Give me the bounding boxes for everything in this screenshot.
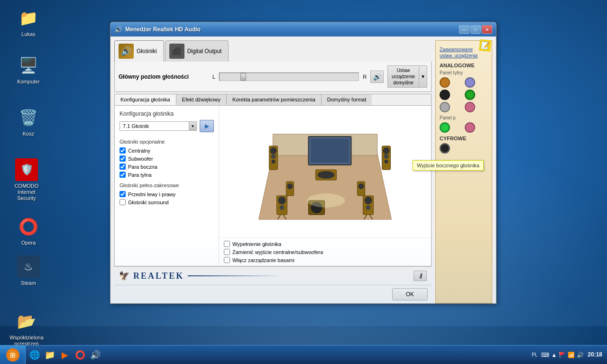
connector-digital-1[interactable] <box>440 143 450 154</box>
volume-section: Główny poziom głośności L R 🔊 Ustawurząd… <box>114 62 432 92</box>
checkbox-para-boczna[interactable] <box>120 164 126 170</box>
connector-back-4[interactable] <box>465 90 475 100</box>
svg-point-10 <box>384 154 389 159</box>
set-device-dropdown-arrow[interactable]: ▼ <box>419 65 427 88</box>
optional-title: Głośniki opcjonalne <box>120 139 214 145</box>
label-zamien: Zamienić wyjście centralne/subwoofera <box>232 249 323 255</box>
label-centralny: Centralny <box>128 148 150 154</box>
check-para-tylna: Para tylna <box>120 172 214 178</box>
taskbar-volume-sys-icon[interactable]: 🔊 <box>577 352 584 358</box>
label-surround: Głośniki surround <box>128 200 169 205</box>
svg-point-5 <box>270 147 277 154</box>
window-body: 🔊 Głośniki ⬛ Digital Output Główny pozio… <box>110 36 496 303</box>
check-centralny: Centralny <box>120 147 214 154</box>
taskbar-media-icon[interactable]: ▶ <box>58 348 72 362</box>
tab-digital-label: Digital Output <box>187 48 222 55</box>
check-surround: Głośniki surround <box>120 199 214 205</box>
connector-back-2[interactable] <box>465 77 475 88</box>
taskbar-right-area: PL ⌨ ▲ 🚩 📶 🔊 20:18 <box>532 351 607 359</box>
panel-back-title: Panel tylny <box>440 70 488 75</box>
checkbox-przedni[interactable] <box>120 191 126 197</box>
taskbar-system-icons: ⌨ ▲ 🚩 📶 🔊 <box>541 352 584 358</box>
config-section-label: Konfiguracja głośnika <box>120 110 214 117</box>
connector-back-3[interactable] <box>440 90 450 100</box>
desktop-icon-steam[interactable]: ♨ Steam <box>9 254 47 288</box>
speaker-mute-button[interactable]: 🔊 <box>370 71 384 83</box>
desktop-icon-komputer[interactable]: 🖥️ Komputer <box>9 52 47 87</box>
ok-button[interactable]: OK <box>392 288 428 300</box>
taskbar-locale: PL <box>532 352 537 357</box>
desktop-icon-kosz[interactable]: 🗑️ Kosz <box>9 104 47 139</box>
realtek-footer: 🦅 REALTEK ℹ <box>114 266 432 285</box>
connector-back-1[interactable] <box>440 77 450 88</box>
checkbox-wypelnienie[interactable] <box>224 241 230 247</box>
label-basy: Włącz zarządzanie basami <box>232 257 294 263</box>
checkbox-para-tylna[interactable] <box>120 172 126 178</box>
checkbox-surround[interactable] <box>120 199 126 205</box>
svg-point-11 <box>385 160 388 164</box>
info-button[interactable]: ℹ <box>414 271 427 281</box>
trash-icon: 🗑️ <box>17 106 40 129</box>
maximize-button[interactable]: □ <box>470 25 481 34</box>
connector-front-1[interactable] <box>440 122 450 133</box>
realtek-line <box>188 275 283 276</box>
sub-tab-efekt[interactable]: Efekt dźwiękowy <box>176 94 227 105</box>
volume-slider[interactable] <box>219 73 359 81</box>
play-test-button[interactable]: ▶ <box>200 120 214 132</box>
window-controls: — □ ✕ <box>459 25 492 34</box>
sub-tab-domyslny[interactable]: Domyślny format <box>322 94 372 105</box>
label-para-boczna: Para boczna <box>128 164 157 170</box>
speaker-visualization: Wypełnienie głośnika Zamienić wyjście ce… <box>219 106 431 266</box>
fullrange-title: Głośniki pełno-zakresowe <box>120 182 214 188</box>
checkbox-zamien[interactable] <box>224 249 230 255</box>
sub-tab-korekta[interactable]: Korekta parametrów pomieszczenia <box>227 94 322 105</box>
left-label: L <box>212 74 215 80</box>
svg-point-6 <box>271 154 276 159</box>
taskbar-arrow-icon[interactable]: ▲ <box>551 352 557 358</box>
connector-back-6[interactable] <box>465 102 475 112</box>
start-button-icon: ⊞ <box>6 348 19 362</box>
connector-back-5[interactable] <box>440 102 450 112</box>
taskbar-ie-icon[interactable]: 🌐 <box>28 348 42 362</box>
taskbar-keyboard-icon[interactable]: ⌨ <box>541 352 549 358</box>
desktop: 📁 Lukas 🖥️ Komputer 🗑️ Kosz 🛡️ COMODO In… <box>0 0 607 364</box>
dropdown-value: 7.1 Głośnik <box>120 122 189 130</box>
check-basy: Włącz zarządzanie basami <box>224 257 426 263</box>
svg-point-13 <box>278 197 286 204</box>
connector-front-2[interactable] <box>465 122 475 133</box>
config-left-panel: Konfiguracja głośnika 7.1 Głośnik ▼ ▶ Gł… <box>115 106 219 266</box>
slider-thumb[interactable] <box>240 73 246 81</box>
desktop-icon-lukas[interactable]: 📁 Lukas <box>9 5 47 39</box>
taskbar-opera-icon[interactable]: ⭕ <box>73 348 87 362</box>
desktop-icon-comodo[interactable]: 🛡️ COMODO InternetSecurity <box>8 156 46 204</box>
note-icon: 📝 <box>479 39 491 52</box>
right-label: R <box>363 74 367 80</box>
check-para-boczna: Para boczna <box>120 164 214 170</box>
speaker-dropdown[interactable]: 7.1 Głośnik ▼ <box>120 121 197 131</box>
tab-digital-icon: ⬛ <box>169 44 184 59</box>
svg-point-19 <box>318 171 335 179</box>
tab-digital[interactable]: ⬛ Digital Output <box>165 40 229 62</box>
checkbox-subwoofer[interactable] <box>120 155 126 162</box>
icon-label: Kosz <box>23 131 34 137</box>
start-button[interactable]: ⊞ <box>0 346 26 364</box>
svg-point-9 <box>383 147 390 154</box>
desktop-icon-wspoldzielona[interactable]: 📂 Współdzielonaprzestrzeń <box>8 308 46 349</box>
icon-label: COMODO InternetSecurity <box>9 183 44 202</box>
tab-glosniki[interactable]: 🔊 Głośniki <box>114 40 164 62</box>
checkbox-basy[interactable] <box>224 257 230 263</box>
desktop-icon-opera[interactable]: ⭕ Opera <box>9 213 47 248</box>
digital-title: CYFROWE <box>440 136 488 141</box>
taskbar-volume-icon[interactable]: 🔊 <box>88 348 102 362</box>
tab-speaker-icon: 🔊 <box>119 44 134 59</box>
label-subwoofer: Subwoofer <box>128 156 153 162</box>
minimize-button[interactable]: — <box>459 25 469 34</box>
svg-point-7 <box>272 160 276 164</box>
taskbar-explorer-icon[interactable]: 📁 <box>43 348 57 362</box>
close-button[interactable]: ✕ <box>482 25 492 34</box>
sub-tab-config[interactable]: Konfiguracja głośnika <box>115 94 176 105</box>
set-default-button[interactable]: Ustawurządzeniedomyślne <box>387 65 419 88</box>
dropdown-arrow-icon[interactable]: ▼ <box>189 122 196 130</box>
checkbox-centralny[interactable] <box>120 147 126 154</box>
set-device-control: Ustawurządzeniedomyślne ▼ <box>387 65 427 88</box>
